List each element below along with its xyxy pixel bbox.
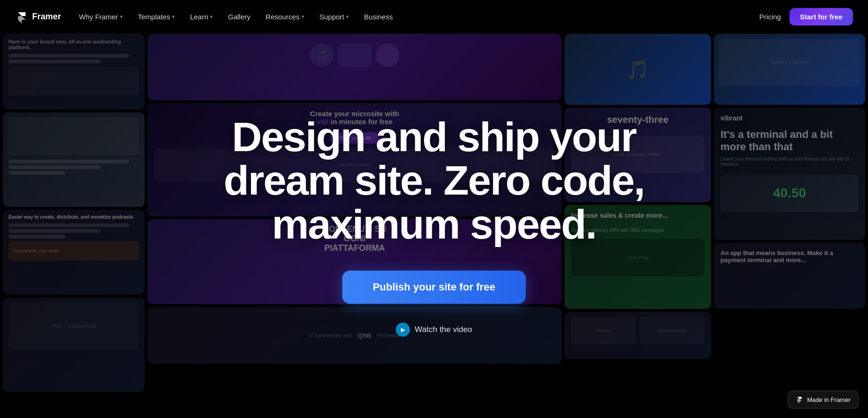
framer-badge-icon <box>796 396 803 403</box>
watch-video-label: Watch the video <box>415 325 472 334</box>
nav-pricing[interactable]: Pricing <box>753 9 788 25</box>
nav-business[interactable]: Business <box>357 9 399 25</box>
hero-headline: Design and ship your dream site. Zero co… <box>224 115 644 246</box>
chevron-down-icon: ▾ <box>302 14 304 20</box>
nav-gallery[interactable]: Gallery <box>221 9 257 25</box>
nav-support[interactable]: Support ▾ <box>313 9 356 25</box>
framer-logo-icon <box>15 10 28 24</box>
start-for-free-button[interactable]: Start for free <box>790 8 853 26</box>
chevron-down-icon: ▾ <box>172 14 175 20</box>
made-in-framer-label: Made in Framer <box>807 396 851 403</box>
chevron-down-icon: ▾ <box>346 14 349 20</box>
nav-learn[interactable]: Learn ▾ <box>183 9 219 25</box>
nav-templates[interactable]: Templates ▾ <box>131 9 182 25</box>
hero-content: Design and ship your dream site. Zero co… <box>0 0 868 418</box>
logo[interactable]: Framer <box>15 10 61 24</box>
navbar: Framer Why Framer ▾ Templates ▾ Learn ▾ … <box>0 0 868 34</box>
made-in-framer-badge[interactable]: Made in Framer <box>788 391 859 409</box>
publish-site-button[interactable]: Publish your site for free <box>342 271 525 304</box>
chevron-down-icon: ▾ <box>120 14 123 20</box>
brand-name: Framer <box>32 12 61 22</box>
play-icon: ▶ <box>396 323 410 337</box>
nav-items: Why Framer ▾ Templates ▾ Learn ▾ Gallery… <box>72 8 853 26</box>
chevron-down-icon: ▾ <box>210 14 213 20</box>
nav-why-framer[interactable]: Why Framer ▾ <box>72 9 130 25</box>
watch-video-link[interactable]: ▶ Watch the video <box>396 323 472 337</box>
nav-resources[interactable]: Resources ▾ <box>259 9 311 25</box>
